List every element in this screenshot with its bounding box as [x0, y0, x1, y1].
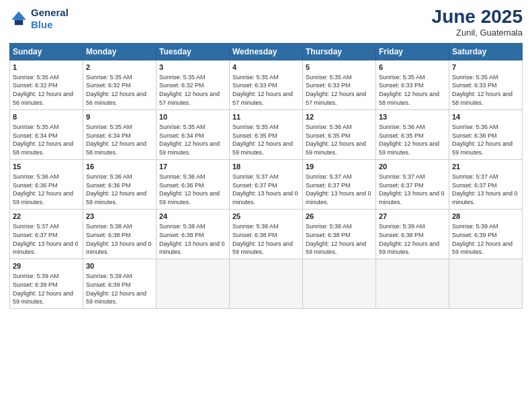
table-row: 8 Sunrise: 5:35 AMSunset: 6:34 PMDayligh… [10, 109, 83, 159]
day-number: 10 [159, 112, 226, 122]
day-number: 15 [13, 162, 80, 172]
day-number: 29 [13, 261, 80, 271]
day-info: Sunrise: 5:39 AMSunset: 6:39 PMDaylight:… [452, 223, 513, 255]
table-row: 3 Sunrise: 5:35 AMSunset: 6:32 PMDayligh… [157, 60, 230, 109]
table-row: 17 Sunrise: 5:36 AMSunset: 6:36 PMDaylig… [157, 159, 230, 209]
day-info: Sunrise: 5:37 AMSunset: 6:37 PMDaylight:… [379, 173, 445, 205]
day-info: Sunrise: 5:36 AMSunset: 6:35 PMDaylight:… [306, 124, 366, 156]
table-row: 13 Sunrise: 5:36 AMSunset: 6:35 PMDaylig… [376, 109, 449, 159]
day-number: 7 [452, 62, 519, 73]
table-row: 2 Sunrise: 5:35 AMSunset: 6:32 PMDayligh… [83, 60, 157, 109]
table-row: 20 Sunrise: 5:37 AMSunset: 6:37 PMDaylig… [376, 159, 449, 209]
day-number: 12 [306, 112, 373, 122]
table-row: 9 Sunrise: 5:35 AMSunset: 6:34 PMDayligh… [83, 109, 157, 159]
col-friday: Friday [376, 43, 449, 60]
day-number: 21 [452, 162, 519, 172]
table-row: 4 Sunrise: 5:35 AMSunset: 6:33 PMDayligh… [230, 60, 303, 109]
day-number: 13 [379, 112, 446, 122]
table-row: 21 Sunrise: 5:37 AMSunset: 6:37 PMDaylig… [449, 159, 523, 209]
day-number: 27 [379, 212, 446, 222]
day-info: Sunrise: 5:36 AMSunset: 6:36 PMDaylight:… [86, 173, 146, 205]
table-row: 15 Sunrise: 5:36 AMSunset: 6:36 PMDaylig… [10, 159, 83, 209]
table-row: 25 Sunrise: 5:38 AMSunset: 6:38 PMDaylig… [230, 210, 303, 259]
day-number: 19 [306, 162, 373, 172]
logo: General Blue [9, 7, 69, 31]
table-row: 19 Sunrise: 5:37 AMSunset: 6:37 PMDaylig… [303, 159, 376, 209]
day-number: 22 [13, 212, 80, 222]
day-info: Sunrise: 5:35 AMSunset: 6:32 PMDaylight:… [13, 74, 73, 106]
table-row: 10 Sunrise: 5:35 AMSunset: 6:34 PMDaylig… [157, 109, 230, 159]
col-wednesday: Wednesday [230, 43, 303, 60]
day-info: Sunrise: 5:35 AMSunset: 6:34 PMDaylight:… [86, 124, 146, 156]
col-sunday: Sunday [10, 43, 83, 60]
day-number: 30 [86, 261, 153, 271]
svg-marker-0 [11, 11, 26, 19]
table-row: 16 Sunrise: 5:36 AMSunset: 6:36 PMDaylig… [83, 159, 157, 209]
table-row: 11 Sunrise: 5:35 AMSunset: 6:35 PMDaylig… [230, 109, 303, 159]
page: General Blue June 2025 Zunil, Guatemala … [0, 0, 532, 411]
day-info: Sunrise: 5:37 AMSunset: 6:37 PMDaylight:… [13, 223, 79, 255]
day-info: Sunrise: 5:35 AMSunset: 6:35 PMDaylight:… [232, 124, 293, 156]
calendar-week-row: 22 Sunrise: 5:37 AMSunset: 6:37 PMDaylig… [10, 210, 523, 259]
day-number: 14 [452, 112, 519, 122]
svg-rect-1 [15, 20, 23, 26]
logo-icon [9, 9, 28, 28]
day-number: 8 [13, 112, 80, 122]
day-number: 3 [159, 62, 226, 73]
calendar-week-row: 1 Sunrise: 5:35 AMSunset: 6:32 PMDayligh… [10, 60, 523, 109]
day-number: 9 [86, 112, 153, 122]
table-row: 29 Sunrise: 5:39 AMSunset: 6:39 PMDaylig… [10, 259, 83, 309]
day-info: Sunrise: 5:38 AMSunset: 6:38 PMDaylight:… [86, 223, 152, 255]
day-number: 26 [306, 212, 373, 222]
day-number: 17 [159, 162, 226, 172]
table-row: 18 Sunrise: 5:37 AMSunset: 6:37 PMDaylig… [230, 159, 303, 209]
logo-line1: General [31, 7, 69, 19]
table-row: 28 Sunrise: 5:39 AMSunset: 6:39 PMDaylig… [449, 210, 523, 259]
table-row: 1 Sunrise: 5:35 AMSunset: 6:32 PMDayligh… [10, 60, 83, 109]
table-row: 22 Sunrise: 5:37 AMSunset: 6:37 PMDaylig… [10, 210, 83, 259]
calendar-week-row: 29 Sunrise: 5:39 AMSunset: 6:39 PMDaylig… [10, 259, 523, 309]
day-number: 16 [86, 162, 153, 172]
logo-line2: Blue [31, 19, 53, 30]
col-monday: Monday [83, 43, 157, 60]
day-info: Sunrise: 5:36 AMSunset: 6:36 PMDaylight:… [13, 173, 73, 205]
day-info: Sunrise: 5:38 AMSunset: 6:38 PMDaylight:… [306, 223, 366, 255]
table-row: 30 Sunrise: 5:39 AMSunset: 6:39 PMDaylig… [83, 259, 157, 309]
table-row [376, 259, 449, 309]
table-row: 23 Sunrise: 5:38 AMSunset: 6:38 PMDaylig… [83, 210, 157, 259]
day-info: Sunrise: 5:39 AMSunset: 6:38 PMDaylight:… [379, 223, 439, 255]
table-row [230, 259, 303, 309]
title-month: June 2025 [432, 7, 523, 28]
day-info: Sunrise: 5:35 AMSunset: 6:32 PMDaylight:… [159, 74, 220, 106]
day-number: 11 [232, 112, 300, 122]
day-info: Sunrise: 5:35 AMSunset: 6:34 PMDaylight:… [159, 124, 220, 156]
table-row: 6 Sunrise: 5:35 AMSunset: 6:33 PMDayligh… [376, 60, 449, 109]
table-row: 14 Sunrise: 5:36 AMSunset: 6:36 PMDaylig… [449, 109, 523, 159]
calendar-table: Sunday Monday Tuesday Wednesday Thursday… [9, 43, 523, 309]
day-number: 24 [159, 212, 226, 222]
day-info: Sunrise: 5:38 AMSunset: 6:38 PMDaylight:… [232, 223, 293, 255]
day-info: Sunrise: 5:39 AMSunset: 6:39 PMDaylight:… [13, 273, 73, 305]
table-row: 26 Sunrise: 5:38 AMSunset: 6:38 PMDaylig… [303, 210, 376, 259]
table-row: 27 Sunrise: 5:39 AMSunset: 6:38 PMDaylig… [376, 210, 449, 259]
day-info: Sunrise: 5:36 AMSunset: 6:36 PMDaylight:… [159, 173, 220, 205]
day-number: 20 [379, 162, 446, 172]
calendar-week-row: 8 Sunrise: 5:35 AMSunset: 6:34 PMDayligh… [10, 109, 523, 159]
day-info: Sunrise: 5:36 AMSunset: 6:35 PMDaylight:… [379, 124, 439, 156]
day-info: Sunrise: 5:35 AMSunset: 6:33 PMDaylight:… [232, 74, 293, 106]
calendar-week-row: 15 Sunrise: 5:36 AMSunset: 6:36 PMDaylig… [10, 159, 523, 209]
table-row: 12 Sunrise: 5:36 AMSunset: 6:35 PMDaylig… [303, 109, 376, 159]
day-number: 28 [452, 212, 519, 222]
day-number: 6 [379, 62, 446, 73]
table-row: 24 Sunrise: 5:38 AMSunset: 6:38 PMDaylig… [157, 210, 230, 259]
day-info: Sunrise: 5:38 AMSunset: 6:38 PMDaylight:… [159, 223, 225, 255]
day-info: Sunrise: 5:35 AMSunset: 6:34 PMDaylight:… [13, 124, 73, 156]
title-location: Zunil, Guatemala [432, 28, 523, 38]
day-number: 2 [86, 62, 153, 73]
table-row [157, 259, 230, 309]
day-info: Sunrise: 5:39 AMSunset: 6:39 PMDaylight:… [86, 273, 146, 305]
day-info: Sunrise: 5:37 AMSunset: 6:37 PMDaylight:… [306, 173, 371, 205]
day-info: Sunrise: 5:37 AMSunset: 6:37 PMDaylight:… [232, 173, 298, 205]
calendar-header-row: Sunday Monday Tuesday Wednesday Thursday… [10, 43, 523, 60]
col-thursday: Thursday [303, 43, 376, 60]
